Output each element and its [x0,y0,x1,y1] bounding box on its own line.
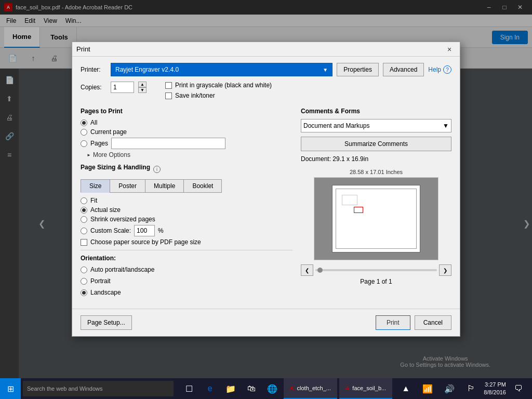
orientation-options: Auto portrait/landscape Portrait Landsca… [81,266,292,298]
comments-select[interactable]: Document and Markups ▼ [301,119,451,132]
edge-icon[interactable]: e [201,378,219,399]
radio-custom-scale[interactable] [81,228,87,234]
sizing-tabs: Size Poster Multiple Booklet [81,179,292,193]
network-icon[interactable]: 📶 [418,378,437,399]
taskbar-search-placeholder: Search the web and Windows [27,385,103,392]
tray-up-icon[interactable]: ▲ [396,378,415,399]
taskbar-app2-label: face_soil_b... [352,385,386,391]
cancel-button[interactable]: Cancel [415,315,451,330]
taskbar-datetime[interactable]: 3:27 PM 8/8/2016 [484,381,506,397]
nav-next-button[interactable]: ❯ [439,264,451,276]
grayscale-checkbox[interactable] [165,82,172,89]
start-button[interactable]: ⊞ [0,378,21,399]
fit-label: Fit [90,197,97,204]
saveink-checkbox[interactable] [165,92,172,99]
notifications-icon[interactable]: 🗨 [509,378,528,399]
auto-portrait-label: Auto portrait/landscape [90,266,154,273]
taskbar-date-value: 8/8/2016 [484,389,506,396]
paper-source-label: Choose paper source by PDF page size [90,238,201,246]
scale-unit: % [158,227,164,234]
dialog-close-button[interactable]: × [443,43,456,56]
taskbar-time-value: 3:27 PM [484,381,506,389]
radio-current-page[interactable] [81,129,87,136]
volume-icon[interactable]: 🔊 [440,378,459,399]
summarize-button[interactable]: Summarize Comments [301,137,451,151]
more-options[interactable]: ► More Options [87,151,292,158]
custom-scale-label: Custom Scale: [90,227,131,234]
task-view-icon[interactable]: ☐ [180,378,198,399]
store-icon[interactable]: 🛍 [242,378,261,399]
page-sizing-header: Page Sizing & Handling i [81,164,292,175]
print-options: Print in grayscale (black and white) Sav… [165,82,272,102]
taskbar-app2[interactable]: A face_soil_b... [339,378,392,399]
radio-all-label: All [90,119,97,126]
radio-shrink[interactable] [81,216,87,223]
dialog-main-content: Pages to Print All Current page Pages [81,108,451,298]
paper-source-checkbox[interactable] [81,239,87,246]
nav-prev-button[interactable]: ❮ [301,264,313,276]
tab-size[interactable]: Size [81,179,110,193]
advanced-button[interactable]: Advanced [383,63,424,76]
comments-selected-value: Document and Markups [303,122,369,129]
taskbar: ⊞ Search the web and Windows ☐ e 📁 🛍 🌐 A… [0,378,532,399]
shrink-label: Shrink oversized pages [90,216,155,223]
document-size: Document: 29.1 x 16.9in [301,155,451,163]
preview-size-label: 28.58 x 17.01 Inches [301,169,451,175]
radio-portrait[interactable] [81,278,87,285]
nav-slider[interactable] [315,269,437,271]
preview-nav: ❮ ❯ [301,264,451,276]
taskbar-system-icons: ☐ e 📁 🛍 🌐 A cloth_etch_... A face_soil_b… [180,378,392,399]
landscape-label: Landscape [90,289,121,296]
preview-page [332,185,420,252]
divider [81,250,292,250]
printer-select[interactable]: Rayjet Engraver v2.4.0 ▼ [111,63,332,76]
print-button[interactable]: Print [376,315,410,330]
app-background: A face_soil_box.pdf - Adobe Acrobat Read… [0,0,532,399]
landscape-row: Landscape [81,289,292,296]
help-label: Help [428,66,441,73]
nav-slider-thumb [317,268,323,273]
tab-multiple[interactable]: Multiple [145,179,184,193]
dialog-footer: Page Setup... Print Cancel [72,309,460,336]
copies-decrement[interactable]: ▼ [138,87,147,93]
preview-red-rect [354,207,363,213]
radio-fit[interactable] [81,197,87,204]
scale-input[interactable] [134,225,155,236]
actual-size-row: Actual size [81,206,292,214]
comments-dropdown-arrow: ▼ [443,122,449,129]
page-sizing-info-icon[interactable]: i [153,166,161,173]
tab-booklet[interactable]: Booklet [183,179,222,193]
copies-increment[interactable]: ▲ [138,82,147,87]
printer-selected-value: Rayjet Engraver v2.4.0 [115,66,179,73]
orientation-section: Orientation: Auto portrait/landscape Por… [81,255,292,298]
explorer-icon[interactable]: 📁 [221,378,240,399]
radio-all-row: All [81,119,292,126]
print-dialog: Print × Printer: Rayjet Engraver v2.4.0 … [72,42,460,337]
saveink-label: Save ink/toner [175,92,215,99]
printer-dropdown-arrow: ▼ [323,67,328,73]
radio-landscape[interactable] [81,289,87,296]
portrait-label: Portrait [90,277,111,285]
more-options-arrow: ► [87,153,91,157]
taskbar-app1[interactable]: A cloth_etch_... [284,378,337,399]
page-setup-button[interactable]: Page Setup... [81,315,132,330]
comments-forms-title: Comments & Forms [301,108,451,115]
radio-pages[interactable] [81,140,87,147]
left-panel: Pages to Print All Current page Pages [81,108,292,298]
taskbar-search[interactable]: Search the web and Windows [23,381,174,396]
page-sizing-title: Page Sizing & Handling [81,164,150,171]
tab-poster[interactable]: Poster [110,179,145,193]
pages-input[interactable] [111,138,225,149]
radio-all[interactable] [81,119,87,126]
properties-button[interactable]: Properties [337,63,379,76]
radio-actual-size[interactable] [81,207,87,214]
shrink-row: Shrink oversized pages [81,216,292,223]
copies-input[interactable] [111,82,134,93]
fit-row: Fit [81,197,292,204]
help-link[interactable]: Help ? [428,65,451,74]
dialog-overlay: Print × Printer: Rayjet Engraver v2.4.0 … [0,0,532,378]
edge2-icon[interactable]: 🌐 [263,378,282,399]
flag-icon[interactable]: 🏳 [462,378,481,399]
printer-row: Printer: Rayjet Engraver v2.4.0 ▼ Proper… [81,63,451,76]
radio-auto-portrait[interactable] [81,267,87,273]
